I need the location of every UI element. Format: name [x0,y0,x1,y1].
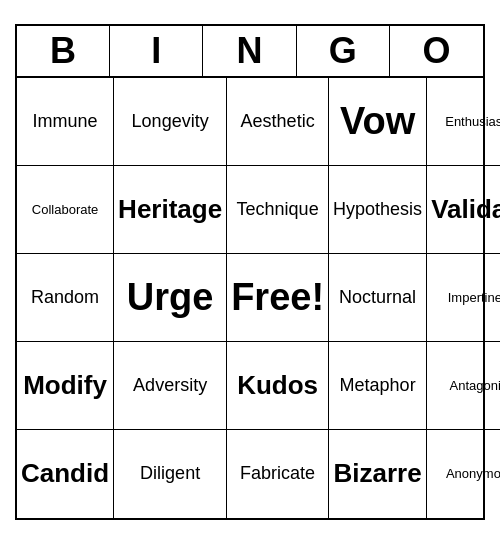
bingo-cell-4: Enthusiastic [427,78,500,166]
header-letter-i: I [110,26,203,76]
bingo-cell-20: Candid [17,430,114,518]
cell-text-1: Longevity [132,111,209,133]
bingo-cell-15: Modify [17,342,114,430]
bingo-cell-11: Urge [114,254,227,342]
bingo-cell-6: Heritage [114,166,227,254]
bingo-cell-12: Free! [227,254,329,342]
bingo-card: BINGO ImmuneLongevityAestheticVowEnthusi… [15,24,485,520]
cell-text-7: Technique [237,199,319,221]
bingo-cell-10: Random [17,254,114,342]
cell-text-6: Heritage [118,194,222,225]
bingo-cell-3: Vow [329,78,427,166]
cell-text-14: Impertinent [448,290,500,306]
bingo-cell-24: Anonymous [427,430,500,518]
header-letter-b: B [17,26,110,76]
bingo-cell-13: Nocturnal [329,254,427,342]
cell-text-2: Aesthetic [241,111,315,133]
bingo-cell-16: Adversity [114,342,227,430]
header-letter-g: G [297,26,390,76]
bingo-header: BINGO [17,26,483,78]
cell-text-20: Candid [21,458,109,489]
cell-text-17: Kudos [237,370,318,401]
bingo-cell-9: Validate [427,166,500,254]
bingo-cell-22: Fabricate [227,430,329,518]
bingo-cell-14: Impertinent [427,254,500,342]
cell-text-24: Anonymous [446,466,500,482]
cell-text-23: Bizarre [334,458,422,489]
bingo-cell-5: Collaborate [17,166,114,254]
bingo-cell-21: Diligent [114,430,227,518]
cell-text-21: Diligent [140,463,200,485]
bingo-cell-7: Technique [227,166,329,254]
bingo-cell-1: Longevity [114,78,227,166]
cell-text-22: Fabricate [240,463,315,485]
cell-text-9: Validate [431,194,500,225]
bingo-cell-23: Bizarre [329,430,427,518]
cell-text-0: Immune [33,111,98,133]
cell-text-11: Urge [127,275,214,321]
cell-text-13: Nocturnal [339,287,416,309]
cell-text-19: Antagonist [450,378,500,394]
cell-text-12: Free! [231,275,324,321]
cell-text-18: Metaphor [340,375,416,397]
bingo-cell-8: Hypothesis [329,166,427,254]
bingo-cell-2: Aesthetic [227,78,329,166]
bingo-cell-19: Antagonist [427,342,500,430]
bingo-cell-18: Metaphor [329,342,427,430]
cell-text-10: Random [31,287,99,309]
cell-text-4: Enthusiastic [445,114,500,130]
bingo-grid: ImmuneLongevityAestheticVowEnthusiasticC… [17,78,483,518]
cell-text-5: Collaborate [32,202,99,218]
cell-text-8: Hypothesis [333,199,422,221]
bingo-cell-0: Immune [17,78,114,166]
bingo-cell-17: Kudos [227,342,329,430]
header-letter-o: O [390,26,483,76]
cell-text-3: Vow [340,99,415,145]
header-letter-n: N [203,26,296,76]
cell-text-16: Adversity [133,375,207,397]
cell-text-15: Modify [23,370,107,401]
